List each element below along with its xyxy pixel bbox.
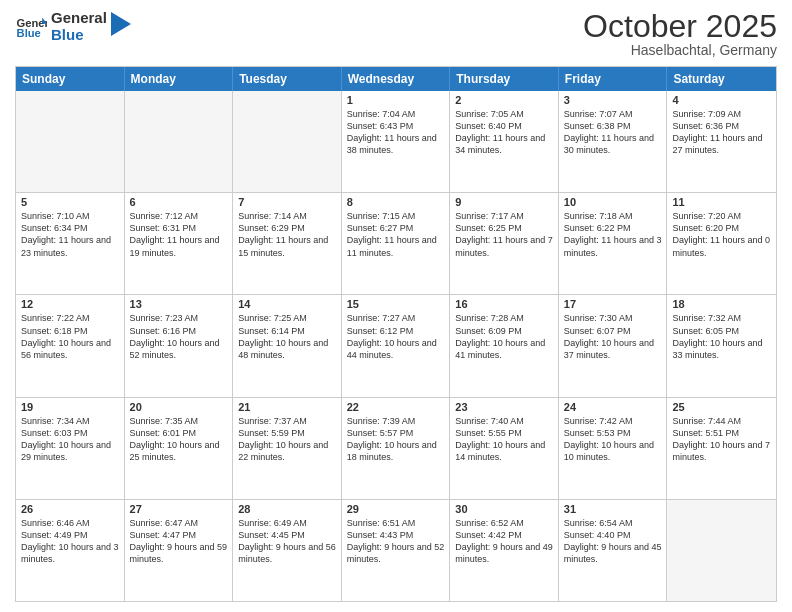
title-block: October 2025 Haselbachtal, Germany (583, 10, 777, 58)
day-number: 28 (238, 503, 336, 515)
day-cell-8: 8Sunrise: 7:15 AMSunset: 6:27 PMDaylight… (342, 193, 451, 294)
cell-info: Sunrise: 7:07 AMSunset: 6:38 PMDaylight:… (564, 108, 662, 157)
cell-info: Sunrise: 7:15 AMSunset: 6:27 PMDaylight:… (347, 210, 445, 259)
cell-info: Sunrise: 7:42 AMSunset: 5:53 PMDaylight:… (564, 415, 662, 464)
day-cell-23: 23Sunrise: 7:40 AMSunset: 5:55 PMDayligh… (450, 398, 559, 499)
day-cell-16: 16Sunrise: 7:28 AMSunset: 6:09 PMDayligh… (450, 295, 559, 396)
empty-cell (667, 500, 776, 601)
day-cell-3: 3Sunrise: 7:07 AMSunset: 6:38 PMDaylight… (559, 91, 668, 192)
month-title: October 2025 (583, 10, 777, 42)
day-cell-10: 10Sunrise: 7:18 AMSunset: 6:22 PMDayligh… (559, 193, 668, 294)
day-cell-21: 21Sunrise: 7:37 AMSunset: 5:59 PMDayligh… (233, 398, 342, 499)
cell-info: Sunrise: 7:09 AMSunset: 6:36 PMDaylight:… (672, 108, 771, 157)
day-cell-9: 9Sunrise: 7:17 AMSunset: 6:25 PMDaylight… (450, 193, 559, 294)
cell-info: Sunrise: 6:51 AMSunset: 4:43 PMDaylight:… (347, 517, 445, 566)
cell-info: Sunrise: 7:27 AMSunset: 6:12 PMDaylight:… (347, 312, 445, 361)
day-number: 8 (347, 196, 445, 208)
header-day-sunday: Sunday (16, 67, 125, 91)
cell-info: Sunrise: 7:35 AMSunset: 6:01 PMDaylight:… (130, 415, 228, 464)
day-number: 15 (347, 298, 445, 310)
cell-info: Sunrise: 7:23 AMSunset: 6:16 PMDaylight:… (130, 312, 228, 361)
day-cell-24: 24Sunrise: 7:42 AMSunset: 5:53 PMDayligh… (559, 398, 668, 499)
day-cell-13: 13Sunrise: 7:23 AMSunset: 6:16 PMDayligh… (125, 295, 234, 396)
calendar-row-1: 5Sunrise: 7:10 AMSunset: 6:34 PMDaylight… (16, 192, 776, 294)
day-number: 29 (347, 503, 445, 515)
day-number: 18 (672, 298, 771, 310)
day-number: 3 (564, 94, 662, 106)
day-number: 21 (238, 401, 336, 413)
day-number: 14 (238, 298, 336, 310)
day-number: 7 (238, 196, 336, 208)
day-cell-28: 28Sunrise: 6:49 AMSunset: 4:45 PMDayligh… (233, 500, 342, 601)
day-cell-25: 25Sunrise: 7:44 AMSunset: 5:51 PMDayligh… (667, 398, 776, 499)
cell-info: Sunrise: 7:30 AMSunset: 6:07 PMDaylight:… (564, 312, 662, 361)
day-number: 16 (455, 298, 553, 310)
day-cell-6: 6Sunrise: 7:12 AMSunset: 6:31 PMDaylight… (125, 193, 234, 294)
day-number: 2 (455, 94, 553, 106)
day-cell-12: 12Sunrise: 7:22 AMSunset: 6:18 PMDayligh… (16, 295, 125, 396)
day-cell-27: 27Sunrise: 6:47 AMSunset: 4:47 PMDayligh… (125, 500, 234, 601)
logo-icon: General Blue (15, 11, 47, 43)
cell-info: Sunrise: 6:46 AMSunset: 4:49 PMDaylight:… (21, 517, 119, 566)
day-cell-17: 17Sunrise: 7:30 AMSunset: 6:07 PMDayligh… (559, 295, 668, 396)
day-number: 30 (455, 503, 553, 515)
calendar-row-4: 26Sunrise: 6:46 AMSunset: 4:49 PMDayligh… (16, 499, 776, 601)
header-day-monday: Monday (125, 67, 234, 91)
logo-general: General (51, 10, 107, 27)
cell-info: Sunrise: 7:44 AMSunset: 5:51 PMDaylight:… (672, 415, 771, 464)
cell-info: Sunrise: 7:14 AMSunset: 6:29 PMDaylight:… (238, 210, 336, 259)
day-number: 6 (130, 196, 228, 208)
cell-info: Sunrise: 7:22 AMSunset: 6:18 PMDaylight:… (21, 312, 119, 361)
cell-info: Sunrise: 7:20 AMSunset: 6:20 PMDaylight:… (672, 210, 771, 259)
cell-info: Sunrise: 7:34 AMSunset: 6:03 PMDaylight:… (21, 415, 119, 464)
page: General Blue General Blue October 2025 H… (0, 0, 792, 612)
day-number: 10 (564, 196, 662, 208)
day-cell-14: 14Sunrise: 7:25 AMSunset: 6:14 PMDayligh… (233, 295, 342, 396)
day-cell-15: 15Sunrise: 7:27 AMSunset: 6:12 PMDayligh… (342, 295, 451, 396)
day-number: 27 (130, 503, 228, 515)
logo-blue: Blue (51, 27, 107, 44)
header-day-wednesday: Wednesday (342, 67, 451, 91)
day-cell-29: 29Sunrise: 6:51 AMSunset: 4:43 PMDayligh… (342, 500, 451, 601)
day-cell-30: 30Sunrise: 6:52 AMSunset: 4:42 PMDayligh… (450, 500, 559, 601)
day-cell-11: 11Sunrise: 7:20 AMSunset: 6:20 PMDayligh… (667, 193, 776, 294)
day-cell-2: 2Sunrise: 7:05 AMSunset: 6:40 PMDaylight… (450, 91, 559, 192)
day-cell-4: 4Sunrise: 7:09 AMSunset: 6:36 PMDaylight… (667, 91, 776, 192)
cell-info: Sunrise: 6:52 AMSunset: 4:42 PMDaylight:… (455, 517, 553, 566)
empty-cell (233, 91, 342, 192)
day-cell-22: 22Sunrise: 7:39 AMSunset: 5:57 PMDayligh… (342, 398, 451, 499)
cell-info: Sunrise: 7:12 AMSunset: 6:31 PMDaylight:… (130, 210, 228, 259)
day-number: 31 (564, 503, 662, 515)
day-cell-31: 31Sunrise: 6:54 AMSunset: 4:40 PMDayligh… (559, 500, 668, 601)
cell-info: Sunrise: 6:54 AMSunset: 4:40 PMDaylight:… (564, 517, 662, 566)
day-number: 24 (564, 401, 662, 413)
empty-cell (16, 91, 125, 192)
day-number: 22 (347, 401, 445, 413)
logo-triangle (111, 12, 131, 42)
day-number: 13 (130, 298, 228, 310)
day-cell-7: 7Sunrise: 7:14 AMSunset: 6:29 PMDaylight… (233, 193, 342, 294)
cell-info: Sunrise: 7:28 AMSunset: 6:09 PMDaylight:… (455, 312, 553, 361)
calendar-body: 1Sunrise: 7:04 AMSunset: 6:43 PMDaylight… (16, 91, 776, 601)
calendar-header: SundayMondayTuesdayWednesdayThursdayFrid… (16, 67, 776, 91)
cell-info: Sunrise: 7:37 AMSunset: 5:59 PMDaylight:… (238, 415, 336, 464)
day-number: 5 (21, 196, 119, 208)
cell-info: Sunrise: 7:17 AMSunset: 6:25 PMDaylight:… (455, 210, 553, 259)
header-day-saturday: Saturday (667, 67, 776, 91)
header-day-thursday: Thursday (450, 67, 559, 91)
cell-info: Sunrise: 7:10 AMSunset: 6:34 PMDaylight:… (21, 210, 119, 259)
cell-info: Sunrise: 6:47 AMSunset: 4:47 PMDaylight:… (130, 517, 228, 566)
day-number: 19 (21, 401, 119, 413)
cell-info: Sunrise: 7:32 AMSunset: 6:05 PMDaylight:… (672, 312, 771, 361)
day-cell-18: 18Sunrise: 7:32 AMSunset: 6:05 PMDayligh… (667, 295, 776, 396)
day-number: 26 (21, 503, 119, 515)
cell-info: Sunrise: 7:25 AMSunset: 6:14 PMDaylight:… (238, 312, 336, 361)
day-cell-26: 26Sunrise: 6:46 AMSunset: 4:49 PMDayligh… (16, 500, 125, 601)
logo: General Blue General Blue (15, 10, 131, 43)
cell-info: Sunrise: 6:49 AMSunset: 4:45 PMDaylight:… (238, 517, 336, 566)
day-number: 9 (455, 196, 553, 208)
day-cell-5: 5Sunrise: 7:10 AMSunset: 6:34 PMDaylight… (16, 193, 125, 294)
day-number: 1 (347, 94, 445, 106)
calendar: SundayMondayTuesdayWednesdayThursdayFrid… (15, 66, 777, 602)
day-number: 17 (564, 298, 662, 310)
